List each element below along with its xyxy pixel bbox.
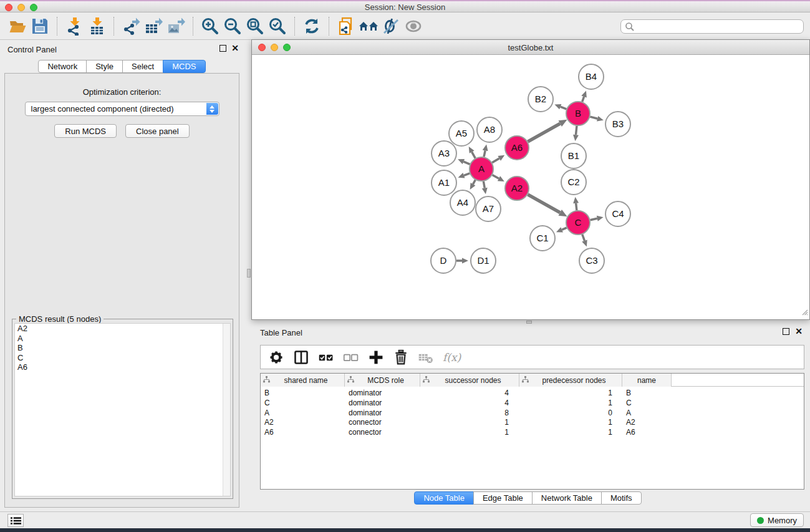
graph-edge-B-B2[interactable] xyxy=(554,104,566,109)
zoom-fit-icon[interactable] xyxy=(244,16,266,37)
column-header-predecessor-nodes[interactable]: predecessor nodes xyxy=(519,374,622,387)
result-item[interactable]: A xyxy=(15,334,230,344)
graph-edge-C-C3[interactable] xyxy=(582,235,587,247)
table-row[interactable]: A2connector11A2 xyxy=(261,418,804,428)
tab-edge-table[interactable]: Edge Table xyxy=(473,491,533,505)
apply-function-icon[interactable]: f(x) xyxy=(443,351,461,364)
graph-edge-C-C1[interactable] xyxy=(556,227,567,232)
graph-node-C1[interactable]: C1 xyxy=(530,226,555,251)
tab-motifs[interactable]: Motifs xyxy=(601,491,642,505)
graph-node-D[interactable]: D xyxy=(431,248,456,273)
table-row[interactable]: Adominator80A xyxy=(261,409,804,418)
network-canvas[interactable]: B4B2BB3A5A8A6A3B1AA1C2A2A4A7C4CC1C3DD1 xyxy=(252,56,809,319)
result-list-scrollbar[interactable] xyxy=(223,324,230,496)
tab-network[interactable]: Network xyxy=(38,60,87,73)
task-history-button[interactable] xyxy=(7,514,24,527)
graph-edge-A2-C[interactable] xyxy=(528,195,567,216)
select-all-columns-icon[interactable] xyxy=(317,348,335,367)
tab-node-table[interactable]: Node Table xyxy=(414,491,474,505)
export-table-icon[interactable] xyxy=(142,16,165,37)
float-table-panel-icon[interactable] xyxy=(783,328,789,335)
export-image-icon[interactable] xyxy=(165,16,187,37)
graph-node-B[interactable]: B xyxy=(566,102,590,125)
graph-node-B2[interactable]: B2 xyxy=(528,87,553,112)
graph-edge-A-A4[interactable] xyxy=(470,180,476,190)
graph-node-B4[interactable]: B4 xyxy=(579,64,604,89)
zoom-out-icon[interactable] xyxy=(221,16,244,37)
result-item[interactable]: B xyxy=(15,343,230,353)
run-mcds-button[interactable]: Run MCDS xyxy=(54,124,117,138)
mcds-result-list[interactable]: A2ABCA6 xyxy=(14,323,231,496)
export-network-icon[interactable] xyxy=(120,16,142,37)
add-column-icon[interactable] xyxy=(367,348,385,367)
horizontal-splitter-handle[interactable] xyxy=(526,321,532,324)
graph-node-B3[interactable]: B3 xyxy=(605,112,630,137)
table-settings-icon[interactable] xyxy=(267,348,286,367)
graph-node-A[interactable]: A xyxy=(470,157,493,181)
graph-node-A1[interactable]: A1 xyxy=(432,170,456,195)
graph-edge-B-B4[interactable] xyxy=(581,91,586,102)
tab-style[interactable]: Style xyxy=(86,60,123,73)
graph-node-A8[interactable]: A8 xyxy=(477,117,502,142)
graph-node-A4[interactable]: A4 xyxy=(450,190,475,215)
graph-edge-A6-B[interactable] xyxy=(528,120,567,142)
import-table-icon[interactable] xyxy=(85,16,108,37)
graph-node-A5[interactable]: A5 xyxy=(449,121,474,146)
clone-network-icon[interactable] xyxy=(335,16,357,37)
zoom-in-icon[interactable] xyxy=(199,16,221,37)
zoom-selected-icon[interactable] xyxy=(266,16,289,37)
delete-column-icon[interactable] xyxy=(392,348,410,367)
deselect-all-columns-icon[interactable] xyxy=(342,348,360,367)
tab-network-table[interactable]: Network Table xyxy=(532,491,602,505)
graph-edge-C-C4[interactable] xyxy=(591,216,604,221)
criterion-dropdown[interactable]: largest connected component (directed) xyxy=(25,102,219,116)
graph-edge-A-A2[interactable] xyxy=(493,175,504,181)
graph-edge-A-A6[interactable] xyxy=(492,155,504,163)
import-network-icon[interactable] xyxy=(63,16,85,37)
graph-node-A7[interactable]: A7 xyxy=(476,196,501,221)
graph-edge-A-A7[interactable] xyxy=(482,181,488,195)
graph-node-C3[interactable]: C3 xyxy=(579,248,604,273)
result-item[interactable]: A2 xyxy=(15,324,230,334)
graph-edge-B-B1[interactable] xyxy=(573,126,579,141)
table-row[interactable]: A6connector11A6 xyxy=(261,428,804,438)
memory-button[interactable]: Memory xyxy=(750,513,804,527)
show-hide-eye-icon[interactable] xyxy=(402,16,425,37)
save-session-icon[interactable] xyxy=(29,16,51,37)
graph-edge-B-B3[interactable] xyxy=(590,116,603,122)
column-header-successor-nodes[interactable]: successor nodes xyxy=(420,374,519,387)
show-all-views-icon[interactable] xyxy=(357,16,380,37)
tab-mcds[interactable]: MCDS xyxy=(163,60,205,73)
graph-node-C2[interactable]: C2 xyxy=(561,170,586,195)
tab-select[interactable]: Select xyxy=(122,60,163,73)
result-item[interactable]: A6 xyxy=(15,362,230,372)
graph-edge-D-D1[interactable] xyxy=(456,258,468,264)
refresh-icon[interactable] xyxy=(301,16,323,37)
graph-node-A2[interactable]: A2 xyxy=(505,177,529,200)
close-table-panel-icon[interactable]: ✕ xyxy=(795,328,803,335)
result-item[interactable]: C xyxy=(15,353,230,363)
graph-edge-A-A8[interactable] xyxy=(483,145,488,157)
close-panel-button[interactable]: Close panel xyxy=(125,124,190,138)
network-window-titlebar[interactable]: testGlobe.txt xyxy=(252,40,809,55)
graph-edge-A-A3[interactable] xyxy=(458,159,470,164)
resize-grip-icon[interactable] xyxy=(801,307,808,318)
column-header-MCDS-role[interactable]: MCDS role xyxy=(345,374,420,387)
vertical-splitter-handle[interactable] xyxy=(247,269,251,278)
graph-node-C4[interactable]: C4 xyxy=(605,201,630,226)
graph-node-B1[interactable]: B1 xyxy=(561,143,586,168)
graph-node-A6[interactable]: A6 xyxy=(505,136,529,160)
toggle-graphics-details-icon[interactable] xyxy=(380,16,402,37)
search-input[interactable] xyxy=(620,19,804,34)
graph-node-A3[interactable]: A3 xyxy=(432,141,456,166)
graph-edge-C-C2[interactable] xyxy=(573,197,579,210)
open-session-icon[interactable] xyxy=(6,16,29,37)
float-panel-icon[interactable] xyxy=(219,45,226,52)
graph-node-C[interactable]: C xyxy=(566,211,590,235)
close-panel-icon[interactable]: ✕ xyxy=(231,45,239,52)
table-row[interactable]: Bdominator41B xyxy=(261,389,804,399)
graph-edge-A-A5[interactable] xyxy=(469,147,475,158)
table-row[interactable]: Cdominator41C xyxy=(261,399,804,409)
graph-edge-A-A1[interactable] xyxy=(458,173,470,178)
delete-table-icon[interactable] xyxy=(417,348,435,367)
